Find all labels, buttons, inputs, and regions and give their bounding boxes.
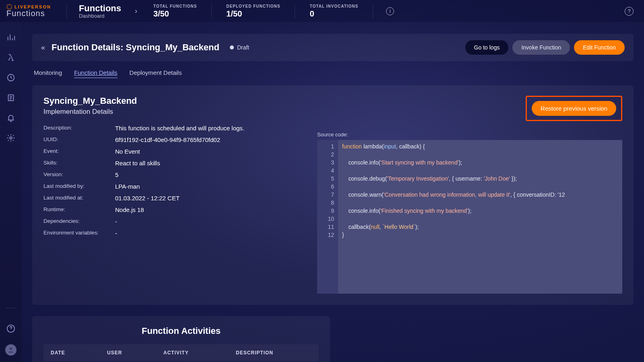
topbar: LIVEPERSON Functions Functions Dashboard… xyxy=(0,0,644,23)
kv-label: Version: xyxy=(43,171,115,177)
kv-label: Runtime: xyxy=(43,206,115,212)
row-version: Version: 5 xyxy=(43,171,301,178)
edit-function-button[interactable]: Edit Function xyxy=(574,40,625,55)
details-panel: Syncing_My_Backend Implementation Detail… xyxy=(32,85,634,305)
gear-icon[interactable] xyxy=(6,134,15,142)
kv-value: Node.js 18 xyxy=(115,206,144,213)
restore-previous-version-button[interactable]: Restore previous version xyxy=(532,101,616,116)
brand-sub: Functions xyxy=(6,9,51,18)
row-modified-at: Last modified at: 01.03.2022 - 12:22 CET xyxy=(43,195,301,202)
row-skills: Skills: React to all skills xyxy=(43,160,301,167)
stat-total-invocations: TOTAL INVOCATIONS 0 xyxy=(310,4,358,19)
kv-label: Last modified at: xyxy=(43,195,115,201)
col-user[interactable]: USER xyxy=(107,350,163,356)
tab-monitoring[interactable]: Monitoring xyxy=(34,69,62,78)
brand: LIVEPERSON Functions xyxy=(6,4,51,18)
row-uuid: UUID: 6f91f192-c1df-40e0-94f9-8765fd70fd… xyxy=(43,136,301,143)
code-gutter: 123456789101112 xyxy=(317,140,338,294)
logs-icon[interactable] xyxy=(6,93,15,102)
restore-row: Restore previous version xyxy=(317,96,622,121)
chevron-right-icon: › xyxy=(135,7,137,15)
help-icon[interactable] xyxy=(6,324,15,333)
stat-value: 3/50 xyxy=(153,9,197,19)
page-title: Function Details: Syncing_My_Backend xyxy=(52,42,219,53)
kv-value: - xyxy=(115,230,117,237)
details-right: Restore previous version Source code: 12… xyxy=(317,96,622,294)
col-activity[interactable]: ACTIVITY xyxy=(163,350,236,356)
activities-header-row: DATE USER ACTIVITY DESCRIPTION xyxy=(43,344,319,361)
stat-value: 0 xyxy=(310,9,358,19)
invoke-function-button[interactable]: Invoke Function xyxy=(512,40,570,55)
kv-value: 01.03.2022 - 12:22 CET xyxy=(115,195,180,202)
divider xyxy=(211,4,212,19)
avatar[interactable] xyxy=(5,344,17,356)
row-modified-by: Last modified by: LPA-man xyxy=(43,183,301,190)
help-icon[interactable]: ? xyxy=(625,7,634,16)
stat-label: TOTAL INVOCATIONS xyxy=(310,4,358,8)
page-header: « Function Details: Syncing_My_Backend D… xyxy=(32,34,634,61)
kv-label: Skills: xyxy=(43,160,115,166)
dashboard-icon[interactable] xyxy=(6,33,15,42)
svg-point-4 xyxy=(10,348,12,350)
back-icon[interactable]: « xyxy=(41,43,45,52)
main: « Function Details: Syncing_My_Backend D… xyxy=(22,23,644,362)
sidebar xyxy=(0,23,22,362)
status-text: Draft xyxy=(237,44,249,51)
function-title: Syncing_My_Backend xyxy=(43,96,301,106)
activities-title: Function Activities xyxy=(43,326,319,336)
code-body: function lambda(input, callback) { conso… xyxy=(338,140,569,294)
breadcrumb-subtitle: Dashboard xyxy=(79,13,121,19)
function-subtitle: Implementation Details xyxy=(43,108,301,116)
title-prefix: Function Details: xyxy=(52,42,126,52)
tab-deployment-details[interactable]: Deployment Details xyxy=(130,69,182,78)
activities-panel: Function Activities DATE USER ACTIVITY D… xyxy=(32,316,330,362)
stat-value: 1/50 xyxy=(226,9,280,19)
bell-icon[interactable] xyxy=(6,113,15,122)
stat-label: DEPLOYED FUNCTIONS xyxy=(226,4,280,8)
kv-label: UUID: xyxy=(43,136,115,142)
tab-function-details[interactable]: Function Details xyxy=(74,69,118,78)
header-actions: Go to logs Invoke Function Edit Function xyxy=(465,40,625,55)
kv-value: 6f91f192-c1df-40e0-94f9-8765fd70fd02 xyxy=(115,136,220,143)
restore-highlight: Restore previous version xyxy=(526,96,622,121)
divider xyxy=(66,4,67,19)
row-dependencies: Dependencies: - xyxy=(43,218,301,225)
kv-value: 5 xyxy=(115,171,118,178)
breadcrumb-title: Functions xyxy=(79,3,121,14)
panel-head: Syncing_My_Backend Implementation Detail… xyxy=(43,96,301,116)
stat-total-functions: TOTAL FUNCTIONS 3/50 xyxy=(153,4,197,19)
kv-label: Dependencies: xyxy=(43,218,115,224)
lambda-icon[interactable] xyxy=(6,53,15,62)
divider xyxy=(295,4,295,19)
row-runtime: Runtime: Node.js 18 xyxy=(43,206,301,213)
row-env: Environment variables: - xyxy=(43,230,301,237)
row-event: Event: No Event xyxy=(43,148,301,155)
kv-label: Environment variables: xyxy=(43,230,115,236)
status-badge: Draft xyxy=(230,44,249,51)
kv-value: No Event xyxy=(115,148,140,155)
kv-value: React to all skills xyxy=(115,160,160,167)
kv-value: This function is scheduled and will prod… xyxy=(115,125,244,132)
kv-label: Description: xyxy=(43,125,115,131)
kv-label: Event: xyxy=(43,148,115,154)
divider xyxy=(373,4,373,19)
title-fn-name: Syncing_My_Backend xyxy=(126,42,219,52)
go-to-logs-button[interactable]: Go to logs xyxy=(465,40,509,55)
source-code-viewer[interactable]: 123456789101112 function lambda(input, c… xyxy=(317,140,622,294)
clock-icon[interactable] xyxy=(6,73,15,82)
info-icon[interactable]: i xyxy=(386,7,394,15)
kv-value: - xyxy=(115,218,117,225)
col-description[interactable]: DESCRIPTION xyxy=(236,350,312,356)
col-date[interactable]: DATE xyxy=(51,350,107,356)
svg-point-2 xyxy=(10,137,12,139)
source-code-label: Source code: xyxy=(317,132,622,138)
breadcrumb[interactable]: Functions Dashboard xyxy=(79,3,121,19)
tabs: Monitoring Function Details Deployment D… xyxy=(34,69,632,78)
kv-value: LPA-man xyxy=(115,183,140,190)
divider xyxy=(6,308,16,308)
stat-label: TOTAL FUNCTIONS xyxy=(153,4,197,8)
stat-deployed-functions: DEPLOYED FUNCTIONS 1/50 xyxy=(226,4,280,19)
row-description: Description: This function is scheduled … xyxy=(43,125,301,132)
status-dot-icon xyxy=(230,45,234,49)
kv-label: Last modified by: xyxy=(43,183,115,189)
